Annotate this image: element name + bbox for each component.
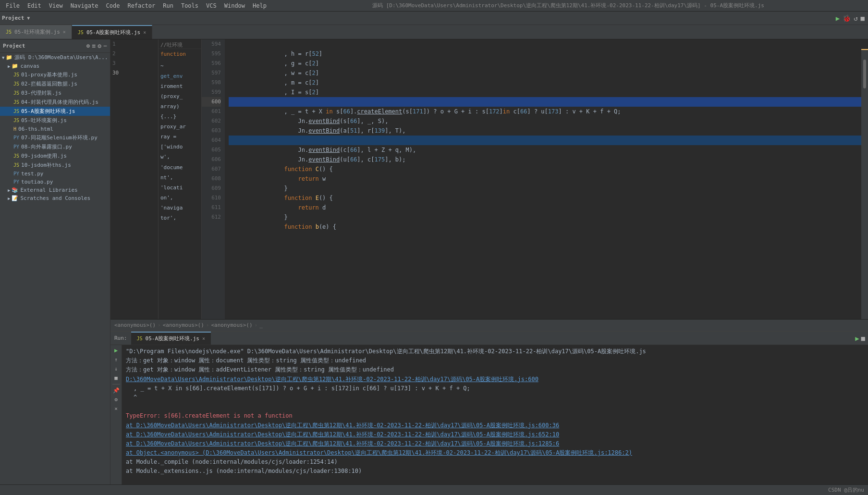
run-output-3: at Module._extensions..js (node:internal… [126,467,864,476]
run-output-1: 方法：get 对象：window 属性：addEventListener 属性类… [126,365,864,374]
ln-605: 605 [202,145,221,155]
sidebar-minimize-icon[interactable]: − [103,42,107,50]
menu-window[interactable]: Window [220,1,249,10]
code-content[interactable]: , h = r[52] , g = c[2] , w = c[2] , m = … [225,39,861,319]
sidebar-item-canvas[interactable]: ▶ 📁 canvas [0,62,110,70]
sidebar-settings-icon[interactable]: ⚙ [98,42,101,50]
sidebar-item-08api[interactable]: PY 08-向外暴露接口.py [0,142,110,151]
struct-tor: tor', [159,213,201,223]
project-label: Project [2,15,27,21]
ln-599: 599 [202,87,221,97]
sidebar-item-toutiao[interactable]: PY toutiao.py [0,178,110,186]
ln-597: 597 [202,68,221,78]
run-output-2: at Module._compile (node:internal/module… [126,458,864,467]
sidebar-item-toutiao-label: toutiao.py [21,179,53,185]
run-button[interactable]: ▶ [836,14,840,22]
sidebar-item-05aguenv[interactable]: JS 05-A股案例吐环境.js [0,107,110,116]
code-line-603: Jn.eventBind(u[66], Wn(e[140], e[141], s… [229,126,861,136]
menu-run[interactable]: Run [159,1,177,10]
tab-close-active-icon[interactable]: × [143,30,146,35]
run-side-play-icon[interactable]: ▶ [114,347,118,354]
sidebar-item-testpy[interactable]: PY test.py [0,170,110,178]
run-caret-0: ^ [126,393,864,402]
stop-button[interactable]: ■ [861,14,865,22]
run-side-settings-icon[interactable]: ⚙ [114,396,118,403]
file-icon-02: JS [13,81,19,87]
breadcrumb-anon2[interactable]: <anonymous>() [163,322,204,328]
run-side-close-icon[interactable]: × [114,406,118,412]
folder-icon-canvas: 📁 [12,63,18,69]
run-error-code-0: , _ = t + X in s[66].createElement(s[171… [126,384,864,393]
run-link-4[interactable]: at Object.<anonymous> (D:\360MoveData\Us… [126,448,864,458]
sidebar-item-03daili[interactable]: JS 03-代理封装.js [0,88,110,98]
code-line-604: Jn.eventBind(c[66], l + Z + q, M), [229,136,861,145]
breadcrumb-anon3[interactable]: <anonymous>() [211,322,252,328]
struct-window: ['windo [159,142,201,152]
sidebar-item-06ths[interactable]: H 06-ths.html [0,125,110,133]
sidebar-item-04fengzhuang[interactable]: JS 04-封装代理具体使用的代码.js [0,98,110,107]
project-dropdown-icon[interactable]: ▼ [27,15,30,21]
tab-close-icon[interactable]: × [63,29,66,35]
editor-wrapper: 1 2 3 30 //吐环境 function ~ get_env iromen… [110,39,868,484]
sidebar-item-extlibs[interactable]: ▶ 📚 External Libraries [0,186,110,194]
menu-navigate[interactable]: Navigate [67,1,102,10]
run-output[interactable]: "D:\Program Files\nodejs\node.exe" D:\36… [122,345,868,484]
debug-button[interactable]: 🐞 [843,14,851,22]
sidebar-add-icon[interactable]: ⊕ [86,42,90,50]
sidebar-item-01proxy[interactable]: JS 01-proxy基本使用.js [0,70,110,79]
tab-agushuan[interactable]: JS 05-A股案例吐环境.js × [72,25,152,39]
ln-594: 594 [202,39,221,49]
sidebar-item-05tuenv[interactable]: JS 05-吐环境案例.js [0,116,110,125]
extlibs-icon: 📚 [12,187,18,193]
run-link-2[interactable]: at D:\360MoveData\Users\Administrator\De… [126,430,864,439]
run-tab-close-icon[interactable]: × [202,336,205,341]
run-side-down-icon[interactable]: ↓ [114,366,118,372]
code-line-599: , y = s[67] [229,87,861,97]
sidebar-item-10jsdomths[interactable]: JS 10-jsdom补ths.js [0,161,110,170]
menu-edit[interactable]: Edit [24,1,45,10]
sidebar-item-09jsdom[interactable]: JS 09-jsdom使用.js [0,151,110,161]
run-link-1[interactable]: at D:\360MoveData\Users\Administrator\De… [126,421,864,430]
code-line-594: , h = r[52] [229,39,861,49]
menu-help[interactable]: Help [249,1,270,10]
menu-file[interactable]: File [2,1,24,10]
run-rerun-icon[interactable]: ▶ [855,334,859,342]
ln-611: 611 [202,203,221,212]
scroll-indicator[interactable] [861,39,868,319]
run-side-pin-icon[interactable]: 📌 [113,387,120,394]
code-line-608: } [229,174,861,184]
sidebar-item-07-label: 07-同花顺Selenium补环境.py [21,134,98,141]
ln-610: 610 [202,193,221,203]
chevron-right-extlibs-icon: ▶ [8,188,10,193]
sidebar-item-07selenium[interactable]: PY 07-同花顺Selenium补环境.py [0,133,110,142]
menu-view[interactable]: View [45,1,67,10]
rerun-button[interactable]: ↺ [854,14,857,22]
sidebar-item-root[interactable]: ▼ 📁 源码 D:\360MoveData\Users\A... [0,53,110,62]
sidebar-item-08-label: 08-向外暴露接口.py [21,143,72,150]
run-tab-main[interactable]: JS 05-A股案例吐环境.js × [131,332,211,345]
run-link-3[interactable]: at D:\360MoveData\Users\Administrator\De… [126,439,864,448]
code-line-596: , w = c[2] [229,59,861,68]
tab-file-icon: JS [6,29,12,35]
run-link-0[interactable]: D:\360MoveData\Users\Administrator\Deskt… [126,375,864,384]
menu-vcs[interactable]: VCS [202,1,220,10]
file-icon-03: JS [13,90,19,96]
run-side-stop-icon[interactable]: ■ [114,375,118,381]
struct-getenv: get_env [159,71,201,81]
run-command-line: "D:\Program Files\nodejs\node.exe" D:\36… [126,347,864,356]
struct-function-kw: function [159,49,201,59]
tab-tuhuan[interactable]: JS 05-吐环境案例.js × [0,25,72,39]
sidebar-item-02lanjie[interactable]: JS 02-拦截器返回数据.js [0,79,110,88]
breadcrumb-anon1[interactable]: <anonymous>() [114,322,156,328]
breadcrumb-bar: <anonymous>() › <anonymous>() › <anonymo… [110,319,868,331]
scroll-thumb[interactable] [863,60,866,88]
menu-refactor[interactable]: Refactor [123,1,159,10]
run-side-up-icon[interactable]: ↑ [114,357,118,363]
ln-600: 600 [202,97,221,107]
editor-tab-bar: JS 05-吐环境案例.js × JS 05-A股案例吐环境.js × [0,25,868,39]
run-stop-icon[interactable]: ■ [861,334,865,342]
menu-code[interactable]: Code [102,1,124,10]
menu-tools[interactable]: Tools [177,1,202,10]
sidebar-expand-icon[interactable]: ≡ [92,42,96,50]
sidebar-item-scratches[interactable]: ▶ 📝 Scratches and Consoles [0,194,110,202]
